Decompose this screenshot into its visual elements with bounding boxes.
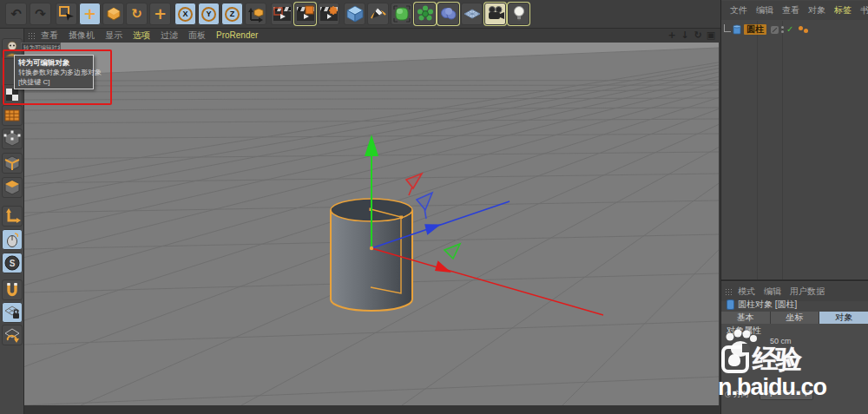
magnet-icon (3, 281, 21, 299)
snap-button[interactable]: S (2, 253, 23, 273)
generators-button[interactable] (414, 3, 436, 25)
menu-panel[interactable]: 面板 (188, 31, 206, 40)
tab-object[interactable]: 对象 (819, 312, 868, 324)
edges-mode-button[interactable] (2, 153, 23, 174)
render-to-picture-viewer-button[interactable] (294, 3, 316, 25)
spline-pen-icon (369, 4, 388, 23)
menu-cameras[interactable]: 摄像机 (69, 31, 95, 40)
undo-icon: ↶ (10, 8, 22, 21)
floor-button[interactable] (461, 3, 483, 25)
dolly-view-icon[interactable]: ↓ (680, 30, 690, 42)
enable-checkmark-icon[interactable]: ✓ (786, 25, 793, 34)
points-mode-icon (3, 130, 21, 148)
enable-axis-button[interactable] (2, 206, 23, 227)
grip-handle-icon[interactable] (28, 32, 36, 40)
scale-tool-button[interactable] (102, 3, 124, 25)
primitive-cube-button[interactable] (344, 3, 365, 25)
last-tool-button[interactable]: + (149, 3, 171, 25)
undo-button[interactable]: ↶ (5, 3, 27, 25)
viewport-nav-controls: + ↓ ↻ ▣ (667, 30, 716, 42)
om-menu-view[interactable]: 查看 (782, 6, 799, 15)
baidu-jingyan-logo: 经验 (721, 345, 799, 373)
rotate-view-icon[interactable]: ↻ (693, 30, 703, 42)
top-toolbar: ↶ ↷ + ↻ + X Y Z (0, 0, 720, 29)
scale-icon (105, 5, 122, 23)
array-flower-icon (416, 4, 435, 23)
viewport-menubar: 查看 摄像机 显示 选项 过滤 面板 ProRender + ↓ ↻ ▣ (24, 29, 719, 43)
viewport[interactable]: 查看 摄像机 显示 选项 过滤 面板 ProRender + ↓ ↻ ▣ (24, 29, 719, 405)
cylinder-object-icon (733, 24, 741, 36)
lock-x-axis-button[interactable]: X (174, 3, 196, 25)
snap-icon: S (3, 254, 21, 272)
magnet-button[interactable] (2, 279, 23, 300)
camera-button[interactable] (484, 3, 506, 25)
render-view-button[interactable] (271, 3, 293, 25)
volume-blob-icon (439, 4, 458, 23)
spline-pen-button[interactable] (367, 3, 389, 25)
texture-mode-icon (4, 108, 20, 123)
lock-z-axis-button[interactable]: Z (221, 3, 243, 25)
render-settings-button[interactable] (318, 3, 339, 25)
light-bulb-icon (510, 4, 529, 23)
move-tool-button[interactable]: + (79, 3, 101, 25)
jingyan-logo-text: 经验 (753, 346, 799, 372)
subdivision-surface-button[interactable] (391, 3, 412, 25)
live-selection-button[interactable] (56, 3, 77, 25)
attribute-object-title-row: 圆柱对象 [圆柱] (721, 298, 868, 311)
editor-render-dots[interactable] (781, 26, 784, 33)
tool-name-chip: 转为可编辑对象 (21, 43, 61, 51)
panel-divider[interactable] (721, 279, 868, 281)
bottom-edge-strip (24, 405, 720, 414)
menu-display[interactable]: 显示 (105, 31, 122, 40)
pan-view-icon[interactable]: + (667, 30, 677, 42)
viewport-solo-button[interactable] (2, 229, 23, 250)
axis-icon (3, 207, 21, 225)
phong-tag-icon[interactable] (799, 26, 808, 33)
om-menu-bookmarks[interactable]: 书签 (860, 6, 868, 15)
attribute-tabs: 基本 坐标 对象 (721, 312, 868, 324)
lock-workplane-button[interactable] (2, 302, 23, 323)
texture-mode-button[interactable] (2, 105, 23, 126)
om-column-divider (782, 21, 783, 279)
render-settings-icon (319, 5, 339, 23)
object-row-cylinder[interactable]: 圆柱 ✓ (721, 23, 868, 36)
polygons-mode-button[interactable] (2, 177, 23, 198)
hierarchy-line (724, 24, 731, 32)
render-to-picture-viewer-icon (296, 5, 315, 23)
toggle-panel-icon[interactable]: ▣ (706, 30, 716, 42)
grip-handle-icon[interactable] (725, 288, 733, 296)
attribute-object-title: 圆柱对象 [圆柱] (738, 300, 797, 309)
om-menu-objects[interactable]: 对象 (808, 6, 825, 15)
cinema4d-window: { "top_toolbar": { "tools": ["undo","red… (0, 0, 868, 414)
om-menu-file[interactable]: 文件 (730, 6, 747, 15)
tab-basic[interactable]: 基本 (721, 312, 771, 324)
menu-view[interactable]: 查看 (41, 31, 58, 40)
menu-options[interactable]: 选项 (133, 31, 150, 40)
am-menu-edit[interactable]: 编辑 (764, 287, 781, 296)
last-tool-icon: + (154, 6, 167, 22)
points-mode-button[interactable] (2, 128, 23, 149)
watermark-url-text: n.baidu.co (718, 376, 826, 399)
coordinate-system-button[interactable] (245, 3, 266, 25)
tooltip-title: 转为可编辑对象 (18, 57, 89, 68)
render-view-icon (273, 5, 292, 23)
live-selection-icon (58, 5, 76, 23)
menu-filter[interactable]: 过滤 (161, 31, 178, 40)
om-menu-edit[interactable]: 编辑 (756, 6, 773, 15)
viewport-3d-scene[interactable] (24, 43, 719, 405)
gizmo-origin[interactable] (370, 246, 373, 250)
om-menu-tags[interactable]: 标签 (834, 6, 852, 15)
object-name-label[interactable]: 圆柱 (744, 24, 766, 35)
x-axis-icon: X (178, 7, 193, 22)
light-button[interactable] (508, 3, 529, 25)
lock-y-axis-button[interactable]: Y (198, 3, 220, 25)
menu-prorender[interactable]: ProRender (216, 31, 258, 40)
am-menu-mode[interactable]: 模式 (738, 287, 755, 296)
am-menu-userdata[interactable]: 用户数据 (790, 287, 825, 296)
redo-button[interactable]: ↷ (30, 3, 51, 25)
tab-coordinates[interactable]: 坐标 (771, 312, 820, 324)
volume-builder-button[interactable] (437, 3, 459, 25)
workplane-mode-button[interactable] (2, 325, 23, 345)
visibility-toggle-icon[interactable] (771, 26, 779, 34)
rotate-tool-button[interactable]: ↻ (126, 3, 148, 25)
